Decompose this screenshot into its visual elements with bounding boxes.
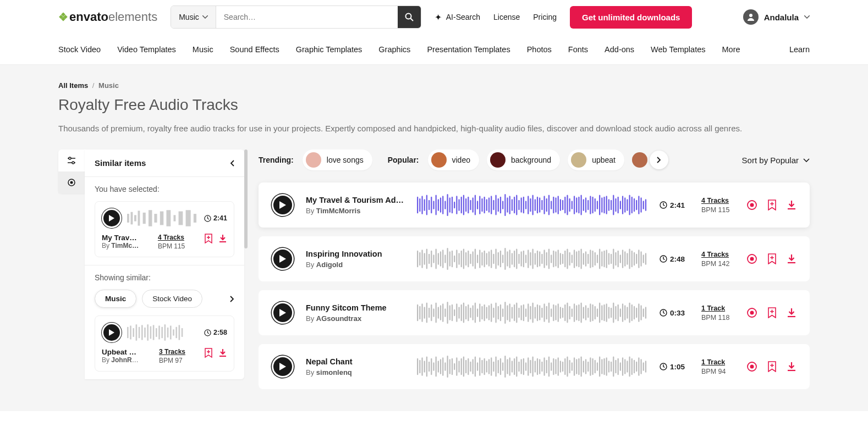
svg-rect-325 xyxy=(562,308,563,318)
tracks-count[interactable]: 1 Track xyxy=(701,358,734,366)
search-button[interactable] xyxy=(398,6,421,28)
similar-icon xyxy=(67,178,76,187)
search-category-dropdown[interactable]: Music xyxy=(171,6,216,28)
nav-photos[interactable]: Photos xyxy=(527,45,552,54)
nav-stock-video[interactable]: Stock Video xyxy=(58,45,101,54)
similar-button[interactable] xyxy=(746,253,757,264)
tracks-count[interactable]: 4 Tracks xyxy=(158,234,185,241)
download-icon xyxy=(787,254,796,264)
play-button[interactable] xyxy=(272,356,294,378)
tracks-count[interactable]: 1 Track xyxy=(701,304,734,312)
add-collection-button[interactable] xyxy=(767,200,777,211)
waveform[interactable] xyxy=(417,192,647,218)
pill-video[interactable]: video xyxy=(428,149,479,170)
nav-graphics[interactable]: Graphics xyxy=(378,45,410,54)
svg-rect-115 xyxy=(567,195,568,215)
collapse-button[interactable] xyxy=(230,160,234,167)
add-collection-button[interactable] xyxy=(767,361,777,372)
track-stats: 1 Track BPM 94 xyxy=(701,358,734,375)
play-button[interactable] xyxy=(272,194,294,216)
svg-rect-346 xyxy=(611,308,612,318)
waveform[interactable] xyxy=(417,300,647,325)
sort-dropdown[interactable]: Sort by Popular xyxy=(742,156,810,165)
sidebar-scrollbar[interactable] xyxy=(244,149,248,248)
filter-icon-button[interactable] xyxy=(58,149,85,171)
svg-rect-443 xyxy=(590,357,591,376)
svg-rect-144 xyxy=(634,198,635,212)
pill-background[interactable]: background xyxy=(487,149,560,170)
tracks-count[interactable]: 3 Tracks xyxy=(159,348,185,356)
svg-rect-83 xyxy=(493,200,494,210)
nav-web-templates[interactable]: Web Templates xyxy=(651,45,705,54)
similar-icon-button[interactable] xyxy=(58,171,85,193)
logo[interactable]: ❖ envatoelements xyxy=(58,10,157,24)
pill-love-songs[interactable]: love songs xyxy=(303,149,372,170)
account-menu[interactable]: Andalula xyxy=(743,9,810,25)
svg-rect-331 xyxy=(576,305,577,320)
page-description: Thousands of premium, royalty free audio… xyxy=(58,124,810,133)
svg-rect-450 xyxy=(606,357,607,376)
svg-rect-88 xyxy=(504,194,506,216)
similar-button[interactable] xyxy=(746,307,757,318)
pricing-link[interactable]: Pricing xyxy=(533,13,557,21)
download-button[interactable] xyxy=(787,254,796,264)
pill-avatar-extra[interactable] xyxy=(632,152,647,168)
download-button[interactable] xyxy=(218,234,227,243)
add-collection-button[interactable] xyxy=(204,234,213,243)
svg-rect-358 xyxy=(638,303,639,322)
nav-video-templates[interactable]: Video Templates xyxy=(117,45,176,54)
chip-stock-video[interactable]: Stock Video xyxy=(142,290,202,308)
svg-rect-430 xyxy=(560,361,561,372)
download-button[interactable] xyxy=(787,200,796,210)
play-button[interactable] xyxy=(272,302,294,324)
nav-more[interactable]: More xyxy=(722,45,740,54)
add-collection-button[interactable] xyxy=(204,348,213,358)
play-button[interactable] xyxy=(272,248,294,270)
track-title[interactable]: My Travel & Tourism Adven… xyxy=(306,196,405,204)
track-title[interactable]: Funny Sitcom Theme xyxy=(306,303,405,312)
nav-add-ons[interactable]: Add-ons xyxy=(605,45,634,54)
bpm-value: BPM 115 xyxy=(158,242,185,250)
waveform[interactable] xyxy=(417,354,647,379)
track-author[interactable]: By TimMcMorris xyxy=(306,207,405,215)
chip-music[interactable]: Music xyxy=(95,290,136,308)
search-input[interactable] xyxy=(216,6,398,28)
track-title[interactable]: Nepal Chant xyxy=(306,357,405,366)
track-author[interactable]: By Adigold xyxy=(306,261,405,269)
svg-rect-338 xyxy=(592,304,593,322)
svg-rect-329 xyxy=(572,308,573,317)
track-author[interactable]: By AGsoundtrax xyxy=(306,314,405,323)
play-button[interactable] xyxy=(102,208,122,228)
duration: 2:58 xyxy=(204,329,227,336)
similar-button[interactable] xyxy=(746,200,757,211)
pill-upbeat[interactable]: upbeat xyxy=(568,149,624,170)
svg-rect-143 xyxy=(631,197,633,214)
nav-presentation-templates[interactable]: Presentation Templates xyxy=(427,45,510,54)
waveform[interactable] xyxy=(417,246,647,272)
tracks-count[interactable]: 4 Tracks xyxy=(701,197,734,204)
pills-scroll-right[interactable] xyxy=(650,151,668,169)
crumb-root[interactable]: All Items xyxy=(58,81,88,90)
nav-learn[interactable]: Learn xyxy=(789,45,810,54)
track-title[interactable]: Inspiring Innovation xyxy=(306,250,405,258)
track-author[interactable]: By simonlenq xyxy=(306,368,405,376)
username: Andalula xyxy=(764,13,799,22)
license-link[interactable]: License xyxy=(493,13,520,21)
svg-rect-348 xyxy=(615,306,616,320)
ai-search-link[interactable]: ✦ AI-Search xyxy=(435,12,480,23)
play-button[interactable] xyxy=(102,323,122,342)
similar-button[interactable] xyxy=(746,361,757,372)
add-collection-button[interactable] xyxy=(767,307,777,318)
nav-music[interactable]: Music xyxy=(193,45,213,54)
download-button[interactable] xyxy=(218,348,227,357)
download-button[interactable] xyxy=(787,362,796,372)
svg-rect-240 xyxy=(611,254,612,264)
download-button[interactable] xyxy=(787,308,796,318)
nav-fonts[interactable]: Fonts xyxy=(568,45,588,54)
nav-sound-effects[interactable]: Sound Effects xyxy=(230,45,279,54)
tracks-count[interactable]: 4 Tracks xyxy=(701,251,734,258)
chips-scroll-right[interactable] xyxy=(230,296,234,302)
nav-graphic-templates[interactable]: Graphic Templates xyxy=(296,45,362,54)
cta-button[interactable]: Get unlimited downloads xyxy=(570,6,692,29)
add-collection-button[interactable] xyxy=(767,253,777,264)
